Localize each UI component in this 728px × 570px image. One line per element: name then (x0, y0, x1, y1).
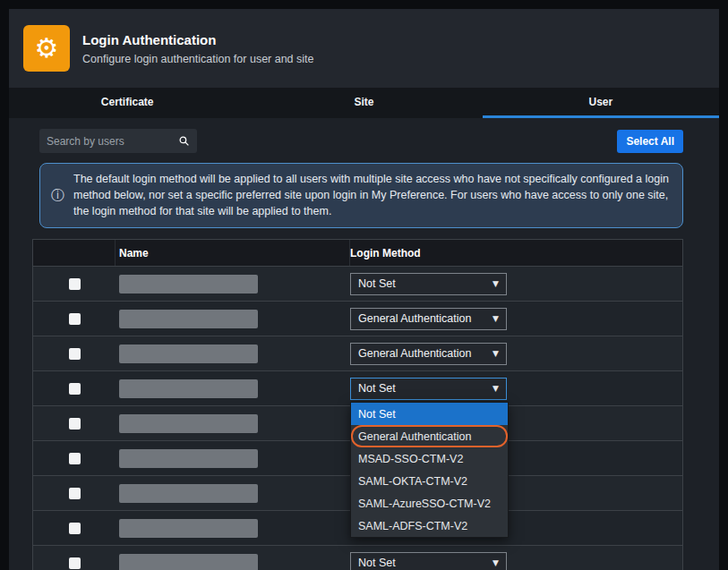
page-subtitle: Configure login authentication for user … (82, 53, 314, 65)
tab-bar: Certificate Site User (9, 88, 719, 118)
redacted-name (119, 519, 258, 538)
search-icon[interactable] (178, 135, 190, 147)
info-banner-text: The default login method will be applied… (73, 172, 672, 219)
caret-down-icon: ▼ (492, 558, 499, 567)
redacted-name (119, 275, 258, 294)
login-auth-panel: ⚙ Login Authentication Configure login a… (9, 9, 719, 570)
row-checkbox[interactable] (69, 313, 81, 325)
login-method-value: Not Set (358, 557, 396, 569)
dropdown-option-general-authentication[interactable]: General Authentication (351, 425, 508, 447)
dropdown-option-msad-sso-ctm-v2[interactable]: MSAD-SSO-CTM-V2 (351, 447, 508, 470)
redacted-name (119, 310, 258, 328)
users-table: Name Login Method Not Set ▼ (32, 239, 683, 570)
dropdown-option-not-set[interactable]: Not Set (351, 403, 508, 425)
caret-down-icon: ▼ (492, 384, 499, 393)
redacted-name (119, 414, 258, 433)
row-checkbox[interactable] (69, 383, 81, 395)
redacted-name (119, 379, 258, 398)
row-checkbox[interactable] (69, 523, 81, 534)
redacted-name (119, 449, 258, 468)
login-method-dropdown-menu: Not Set General Authentication MSAD-SSO-… (350, 402, 509, 538)
redacted-name (119, 484, 258, 503)
login-method-select-open[interactable]: Not Set ▼ (350, 378, 507, 400)
dropdown-option-saml-okta-ctm-v2[interactable]: SAML-OKTA-CTM-V2 (351, 470, 508, 492)
login-method-value: General Authentication (358, 312, 471, 325)
toolbar: Select All (39, 129, 683, 153)
column-header-checkbox (33, 240, 116, 266)
caret-down-icon: ▼ (492, 349, 499, 358)
dropdown-option-saml-adfs-ctm-v2[interactable]: SAML-ADFS-CTM-V2 (351, 515, 508, 537)
caret-down-icon: ▼ (492, 279, 499, 288)
login-method-select[interactable]: Not Set ▼ (350, 552, 507, 570)
row-checkbox[interactable] (69, 418, 81, 430)
login-method-value: General Authentication (358, 347, 471, 360)
table-row: General Authentication ▼ (33, 336, 682, 371)
login-method-select[interactable]: Not Set ▼ (350, 273, 507, 295)
caret-down-icon: ▼ (492, 314, 499, 323)
info-icon: ⓘ (51, 186, 64, 205)
table-row: General Authentication ▼ (33, 302, 682, 336)
table-header-row: Name Login Method (33, 240, 682, 267)
info-banner: ⓘ The default login method will be appli… (39, 163, 683, 228)
table-row: Not Set ▼ (33, 267, 682, 302)
row-checkbox[interactable] (69, 348, 81, 360)
settings-icon-badge: ⚙ (23, 25, 70, 72)
table-row: Not Set ▼ (33, 546, 682, 570)
dropdown-option-saml-azuresso-ctm-v2[interactable]: SAML-AzureSSO-CTM-V2 (351, 492, 508, 515)
login-method-select[interactable]: General Authentication ▼ (350, 308, 507, 330)
search-box (39, 129, 197, 153)
row-checkbox[interactable] (69, 488, 81, 499)
page-title: Login Authentication (82, 32, 314, 47)
tab-user[interactable]: User (483, 88, 719, 118)
redacted-name (119, 554, 258, 570)
search-input[interactable] (47, 135, 178, 148)
login-method-select[interactable]: General Authentication ▼ (350, 343, 507, 365)
row-checkbox[interactable] (69, 453, 81, 464)
row-checkbox[interactable] (69, 557, 81, 569)
gear-icon: ⚙ (35, 35, 59, 62)
tab-site[interactable]: Site (245, 88, 482, 118)
tab-certificate[interactable]: Certificate (9, 88, 245, 118)
header-text: Login Authentication Configure login aut… (82, 32, 314, 65)
row-checkbox[interactable] (69, 278, 81, 290)
page-header: ⚙ Login Authentication Configure login a… (9, 9, 719, 88)
redacted-name (119, 345, 258, 363)
column-header-name: Name (116, 240, 350, 266)
column-header-login-method: Login Method (350, 240, 682, 266)
select-all-button[interactable]: Select All (617, 130, 683, 153)
login-method-value: Not Set (358, 277, 396, 290)
login-method-value: Not Set (358, 382, 396, 395)
